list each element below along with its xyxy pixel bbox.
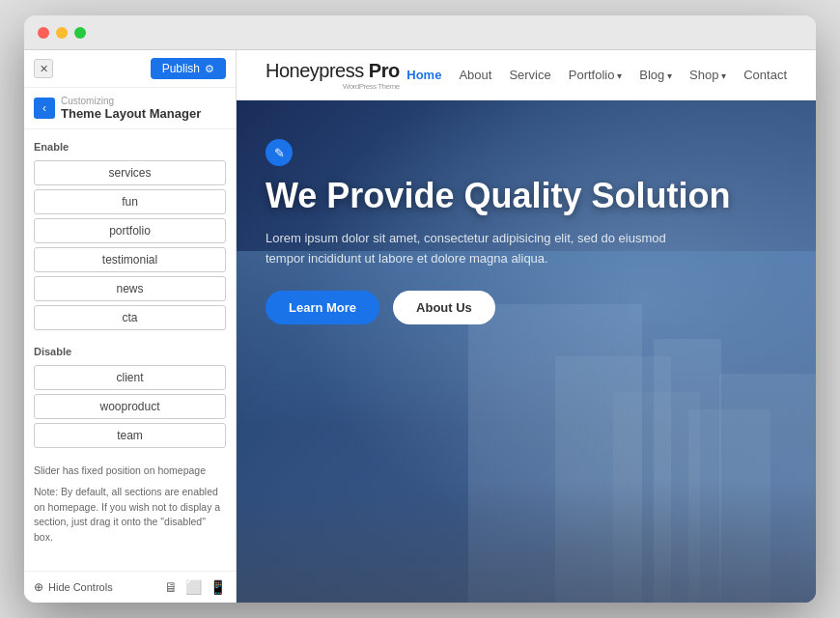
mobile-view-icon[interactable]: 📱 bbox=[210, 579, 226, 595]
nav-service[interactable]: Service bbox=[509, 68, 550, 82]
hero-buttons: Learn More About Us bbox=[266, 291, 787, 324]
disable-section-label: Disable bbox=[34, 346, 226, 357]
enable-items-list: services fun portfolio testimonial news … bbox=[34, 160, 226, 330]
breadcrumb-title: Theme Layout Manager bbox=[61, 106, 201, 121]
disable-item-client[interactable]: client bbox=[34, 365, 226, 390]
site-logo: Honeypress Pro WordPress Theme bbox=[266, 60, 400, 91]
enable-item-cta[interactable]: cta bbox=[34, 305, 226, 330]
hero-title: We Provide Quality Solution bbox=[266, 176, 787, 215]
site-preview: Honeypress Pro WordPress Theme Home Abou… bbox=[237, 50, 816, 603]
hide-controls-icon: ⊕ bbox=[34, 580, 43, 594]
view-icons: 🖥 ⬜ 📱 bbox=[164, 579, 226, 595]
mac-window: ✕ Publish ⚙ ‹ Customizing Theme Layout M… bbox=[24, 15, 816, 603]
slider-note: Slider has fixed position on homepage bbox=[34, 464, 226, 479]
nav-shop[interactable]: Shop bbox=[689, 68, 726, 82]
nav-contact[interactable]: Contact bbox=[743, 68, 787, 82]
about-us-button[interactable]: About Us bbox=[393, 291, 495, 324]
hide-controls-button[interactable]: ⊕ Hide Controls bbox=[34, 580, 113, 594]
disable-item-wooproduct[interactable]: wooproduct bbox=[34, 394, 226, 419]
publish-label: Publish bbox=[162, 62, 200, 75]
enable-item-portfolio[interactable]: portfolio bbox=[34, 218, 226, 243]
tablet-view-icon[interactable]: ⬜ bbox=[185, 579, 202, 595]
site-nav: Home About Service Portfolio Blog Shop C… bbox=[406, 68, 787, 82]
maximize-traffic-light[interactable] bbox=[74, 27, 86, 39]
desktop-view-icon[interactable]: 🖥 bbox=[164, 579, 178, 595]
traffic-lights bbox=[38, 27, 86, 39]
learn-more-button[interactable]: Learn More bbox=[266, 291, 379, 324]
window-body: ✕ Publish ⚙ ‹ Customizing Theme Layout M… bbox=[24, 50, 816, 603]
breadcrumb-text: Customizing Theme Layout Manager bbox=[61, 96, 201, 121]
disable-items-list: client wooproduct team bbox=[34, 365, 226, 448]
left-panel: ✕ Publish ⚙ ‹ Customizing Theme Layout M… bbox=[24, 50, 237, 603]
logo-part2: Pro bbox=[369, 60, 400, 81]
nav-portfolio[interactable]: Portfolio bbox=[569, 68, 622, 82]
publish-button[interactable]: Publish ⚙ bbox=[151, 58, 226, 79]
nav-about[interactable]: About bbox=[459, 68, 491, 82]
enable-section-label: Enable bbox=[34, 141, 226, 153]
disable-item-team[interactable]: team bbox=[34, 423, 226, 448]
panel-footer: ⊕ Hide Controls 🖥 ⬜ 📱 bbox=[24, 571, 236, 603]
hide-controls-label: Hide Controls bbox=[48, 581, 113, 593]
hero-description: Lorem ipsum dolor sit amet, consectetur … bbox=[266, 229, 671, 269]
minimize-traffic-light[interactable] bbox=[56, 27, 68, 39]
enable-item-services[interactable]: services bbox=[34, 160, 226, 185]
main-note: Note: By default, all sections are enabl… bbox=[34, 485, 226, 546]
nav-blog[interactable]: Blog bbox=[639, 68, 672, 82]
panel-header: ✕ Publish ⚙ bbox=[24, 50, 236, 88]
breadcrumb-back-button[interactable]: ‹ bbox=[34, 98, 55, 119]
site-header: Honeypress Pro WordPress Theme Home Abou… bbox=[237, 50, 816, 100]
logo-tagline: WordPress Theme bbox=[266, 82, 400, 91]
site-hero: ✎ We Provide Quality Solution Lorem ipsu… bbox=[237, 100, 816, 603]
breadcrumb-parent: Customizing bbox=[61, 96, 201, 106]
hero-badge: ✎ bbox=[266, 139, 293, 166]
breadcrumb: ‹ Customizing Theme Layout Manager bbox=[24, 88, 236, 129]
enable-item-news[interactable]: news bbox=[34, 276, 226, 301]
enable-item-fun[interactable]: fun bbox=[34, 189, 226, 214]
panel-content: Enable services fun portfolio testimonia… bbox=[24, 129, 236, 571]
enable-item-testimonial[interactable]: testimonial bbox=[34, 247, 226, 272]
panel-close-button[interactable]: ✕ bbox=[34, 59, 53, 78]
logo-part1: Honeypress bbox=[266, 60, 364, 81]
badge-icon: ✎ bbox=[274, 146, 285, 160]
nav-home[interactable]: Home bbox=[406, 68, 441, 82]
titlebar bbox=[24, 15, 816, 50]
close-traffic-light[interactable] bbox=[38, 27, 49, 39]
gear-icon: ⚙ bbox=[205, 63, 214, 75]
hero-content: ✎ We Provide Quality Solution Lorem ipsu… bbox=[237, 100, 816, 353]
